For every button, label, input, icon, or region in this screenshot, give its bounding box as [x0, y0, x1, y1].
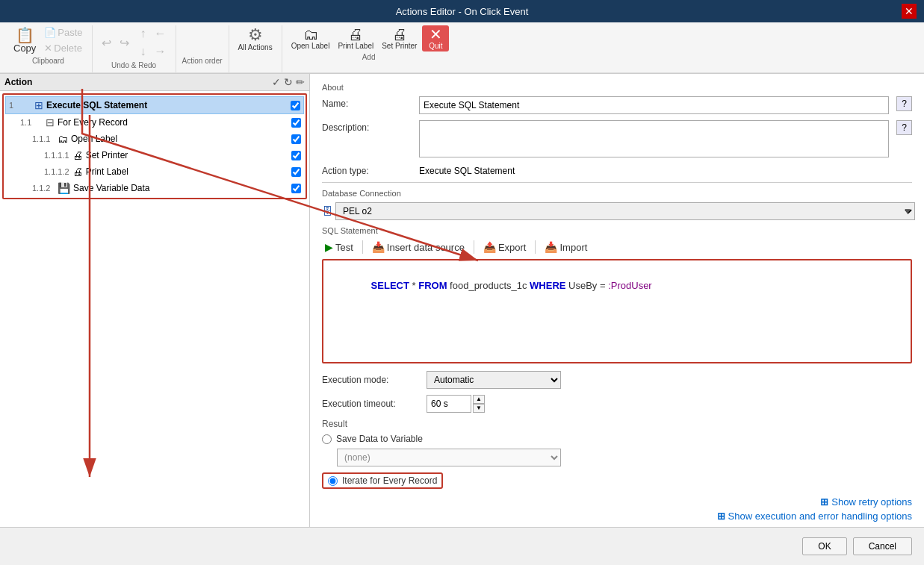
iterate-radio[interactable] — [328, 476, 338, 486]
undo-icon: ↩ — [102, 36, 111, 50]
execution-timeout-spinner: ▲ ▼ — [427, 395, 485, 413]
copy-button[interactable]: 📋 Copy — [10, 26, 39, 55]
set-printer-button[interactable]: 🖨 Set Printer — [379, 25, 420, 51]
show-retry-button[interactable]: ⊞ Show retry options — [820, 496, 912, 508]
action-num-1-1-1: 1.1.1 — [32, 134, 55, 143]
action-num-1: 1 — [9, 101, 31, 110]
description-help-button[interactable]: ? — [896, 120, 912, 135]
print-label-button[interactable]: 🖨 Print Label — [335, 25, 376, 51]
action-item-1[interactable]: 1 ⊞ Execute SQL Statement — [5, 96, 304, 114]
sql-export-icon: 📤 — [483, 241, 496, 253]
right-button[interactable]: → — [152, 43, 170, 60]
for-every-record-icon: ⊟ — [46, 116, 55, 128]
name-row: Name: ? — [322, 96, 912, 114]
sql-import-icon: 📥 — [545, 241, 557, 253]
execution-mode-row: Execution mode: Automatic — [322, 371, 912, 389]
show-execution-plus-icon: ⊞ — [717, 511, 725, 522]
sql-editor[interactable]: SELECT * FROM food_products_1c WHERE Use… — [322, 259, 912, 363]
sql-test-button[interactable]: ▶ Test — [322, 240, 356, 255]
name-help-button[interactable]: ? — [896, 96, 912, 111]
timeout-input[interactable] — [427, 395, 471, 413]
action-list: 1 ⊞ Execute SQL Statement 1.1 ⊟ For Ever… — [0, 91, 309, 527]
undo-button[interactable]: ↩ — [99, 34, 114, 51]
description-input[interactable] — [419, 120, 889, 157]
sql-sep-1 — [362, 240, 363, 254]
execute-sql-icon: ⊞ — [34, 99, 43, 111]
sql-test-icon: ▶ — [325, 241, 333, 253]
spinner-up-button[interactable]: ▲ — [473, 395, 485, 404]
action-check-1-1[interactable] — [291, 118, 301, 128]
action-item-1-1-1-1[interactable]: 1.1.1.1 🖨 Set Printer — [5, 147, 304, 163]
show-execution-button[interactable]: ⊞ Show execution and error handling opti… — [717, 511, 912, 522]
action-num-1-1: 1.1 — [20, 118, 43, 127]
divider-1 — [322, 182, 912, 183]
action-num-1-1-1-2: 1.1.1.2 — [44, 167, 69, 176]
open-label-list-icon: 🗂 — [58, 133, 68, 145]
down-button[interactable]: ↓ — [137, 43, 149, 60]
action-list-header: Action ✓ ↻ ✏ — [0, 74, 309, 91]
toolbar: 📋 Copy 📄 Paste ✕ Delete Clipboard — [0, 22, 924, 74]
bottom-bar: OK Cancel — [0, 527, 924, 564]
action-check-1-1-1[interactable] — [291, 134, 301, 144]
action-check-1-1-1-1[interactable] — [291, 151, 301, 160]
description-label: Description: — [322, 120, 412, 133]
action-check-1[interactable] — [291, 101, 300, 110]
up-button[interactable]: ↑ — [137, 25, 149, 42]
iterate-label: Iterate for Every Record — [342, 475, 437, 486]
action-name-1-1-1-1: Set Printer — [86, 150, 288, 160]
db-icon: 🗄 — [322, 205, 332, 217]
show-retry-plus-icon: ⊞ — [820, 496, 828, 508]
action-check-1-1-2[interactable] — [291, 184, 301, 193]
title-bar: Actions Editor - On Click Event ✕ — [0, 0, 924, 22]
sql-import-button[interactable]: 📥 Import — [542, 240, 590, 255]
open-label-button[interactable]: 🗂 Open Label — [288, 25, 333, 51]
action-header-icons: ✓ ↻ ✏ — [272, 76, 305, 88]
cancel-button[interactable]: Cancel — [853, 537, 912, 555]
sql-statement-section: SQL Statement ▶ Test 📥 Insert data sourc… — [322, 226, 912, 363]
action-item-1-1-1-2[interactable]: 1.1.1.2 🖨 Print Label — [5, 163, 304, 180]
all-actions-icon: ⚙ — [248, 27, 263, 43]
action-name-1-1-1-2: Print Label — [86, 166, 288, 177]
print-label-list-icon: 🖨 — [72, 166, 83, 178]
db-select-row: 🗄 PEL o2 ▼ — [322, 202, 912, 220]
action-item-1-1-1[interactable]: 1.1.1 🗂 Open Label — [5, 131, 304, 147]
about-label: About — [322, 83, 912, 92]
refresh-icon[interactable]: ↻ — [284, 76, 293, 88]
name-label: Name: — [322, 96, 412, 109]
name-input[interactable] — [419, 96, 889, 114]
action-type-value: Execute SQL Statement — [419, 163, 912, 176]
edit-icon[interactable]: ✏ — [296, 76, 305, 88]
action-name-1-1-1: Open Label — [71, 134, 288, 144]
all-actions-button[interactable]: ⚙ All Actions — [235, 25, 276, 53]
quit-button[interactable]: ✕ Quit — [422, 25, 449, 51]
set-printer-list-icon: 🖨 — [72, 149, 83, 161]
delete-button[interactable]: ✕ Delete — [41, 41, 85, 55]
action-item-1-1-2[interactable]: 1.1.2 💾 Save Variable Data — [5, 180, 304, 196]
iterate-highlight-box: Iterate for Every Record — [322, 472, 443, 489]
sql-export-button[interactable]: 📤 Export — [480, 240, 530, 255]
open-label-icon: 🗂 — [303, 27, 318, 42]
ok-button[interactable]: OK — [802, 537, 846, 555]
variable-select[interactable]: (none) — [337, 449, 561, 466]
sql-insert-button[interactable]: 📥 Insert data source — [369, 240, 468, 255]
db-dropdown-icon: ▼ — [903, 206, 912, 216]
description-row: Description: ? — [322, 120, 912, 157]
action-check-1-1-1-2[interactable] — [291, 167, 301, 177]
save-data-radio[interactable] — [322, 434, 332, 444]
execution-timeout-label: Execution timeout: — [322, 399, 419, 409]
close-button[interactable]: ✕ — [902, 4, 917, 19]
left-button[interactable]: ← — [152, 25, 170, 42]
action-item-1-1[interactable]: 1.1 ⊟ For Every Record — [5, 114, 304, 131]
execution-mode-select[interactable]: Automatic — [427, 371, 561, 389]
db-connection-label: Database Connection — [322, 189, 912, 198]
paste-button[interactable]: 📄 Paste — [41, 25, 85, 40]
left-panel: Action ✓ ↻ ✏ 1 ⊞ Execute SQL Statement — [0, 74, 310, 527]
sql-sep-2 — [474, 240, 474, 254]
check-all-icon[interactable]: ✓ — [272, 76, 281, 88]
print-label-icon: 🖨 — [348, 27, 363, 42]
sql-toolbar: ▶ Test 📥 Insert data source 📤 Export 📥 I… — [322, 240, 912, 255]
action-header-title: Action — [4, 77, 32, 87]
db-connection-select[interactable]: PEL o2 — [335, 202, 915, 220]
spinner-down-button[interactable]: ▼ — [473, 404, 485, 413]
redo-button[interactable]: ↪ — [117, 34, 132, 51]
